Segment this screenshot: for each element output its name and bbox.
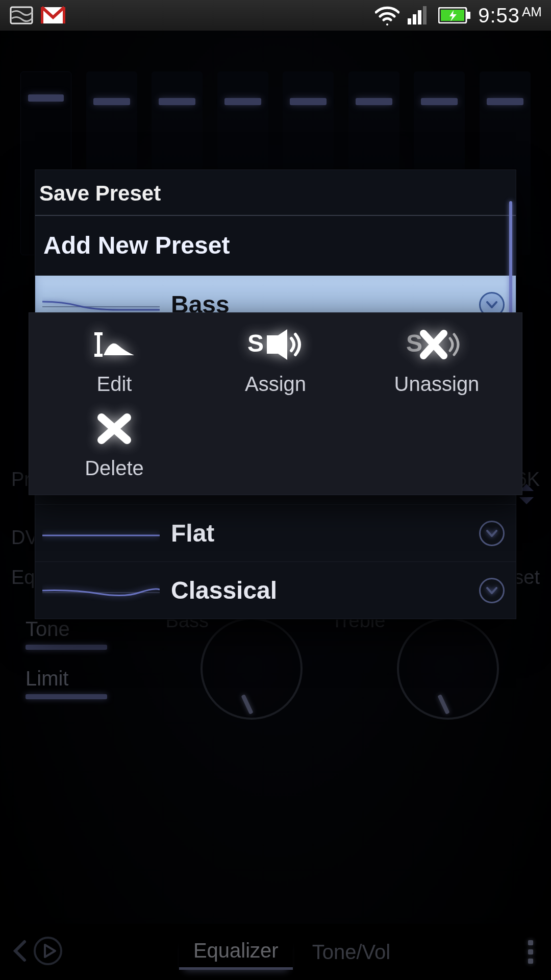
delete-icon	[96, 410, 132, 448]
preset-wave-icon	[42, 580, 160, 601]
preset-name: Flat	[171, 519, 468, 547]
status-bar: 9:53AM	[0, 0, 551, 31]
svg-rect-2	[408, 18, 411, 24]
unassign-label: Unassign	[394, 373, 480, 396]
cell-signal-icon	[407, 5, 431, 26]
edit-label: Edit	[97, 373, 132, 396]
edit-icon	[93, 326, 135, 363]
unassign-icon: S	[406, 326, 467, 363]
svg-rect-5	[423, 6, 427, 24]
preset-wave-icon	[42, 523, 160, 544]
preset-context-menu: Edit S Assign S Unassign Delete	[29, 312, 522, 495]
wifi-icon	[375, 5, 399, 26]
expand-icon[interactable]	[479, 578, 505, 603]
edit-action[interactable]: Edit	[35, 326, 194, 396]
svg-rect-7	[467, 12, 470, 19]
notification-app-icon	[9, 5, 34, 26]
assign-label: Assign	[245, 373, 306, 396]
svg-text:S: S	[247, 330, 264, 357]
preset-item[interactable]: Flat	[35, 504, 516, 561]
preset-wave-icon	[42, 295, 160, 315]
add-new-preset-button[interactable]: Add New Preset	[35, 216, 516, 276]
clock-time: 9:53AM	[478, 4, 542, 27]
svg-rect-3	[413, 14, 416, 24]
delete-label: Delete	[85, 457, 144, 480]
expand-icon[interactable]	[479, 521, 505, 546]
delete-action[interactable]: Delete	[35, 410, 194, 480]
assign-icon: S	[247, 326, 304, 363]
gmail-icon	[41, 5, 65, 26]
assign-action[interactable]: S Assign	[196, 326, 356, 396]
dialog-title: Save Preset	[35, 170, 516, 215]
battery-charging-icon	[438, 5, 471, 26]
preset-name: Classical	[171, 576, 468, 604]
unassign-action[interactable]: S Unassign	[357, 326, 517, 396]
preset-item[interactable]: Classical	[35, 561, 516, 619]
svg-rect-4	[418, 10, 421, 24]
